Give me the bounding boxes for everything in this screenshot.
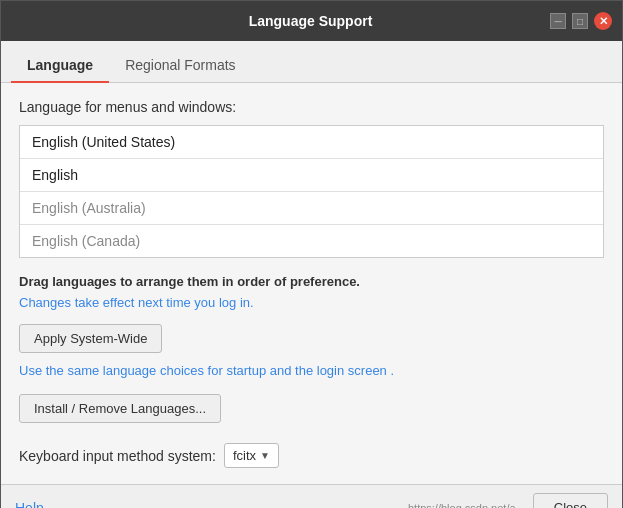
drag-hint: Drag languages to arrange them in order … — [19, 274, 604, 289]
window-controls: ─ □ ✕ — [550, 12, 612, 30]
install-remove-languages-button[interactable]: Install / Remove Languages... — [19, 394, 221, 423]
keyboard-value: fcitx — [233, 448, 256, 463]
chevron-down-icon: ▼ — [260, 450, 270, 461]
changes-hint: Changes take effect next time you log in… — [19, 295, 604, 310]
minimize-button[interactable]: ─ — [550, 13, 566, 29]
tab-language[interactable]: Language — [11, 49, 109, 83]
language-section-label: Language for menus and windows: — [19, 99, 604, 115]
keyboard-row: Keyboard input method system: fcitx ▼ — [19, 443, 604, 468]
list-item[interactable]: English (Canada) — [20, 225, 603, 257]
list-item[interactable]: English (Australia) — [20, 192, 603, 225]
login-hint-prefix: Use the same language choices for startu… — [19, 363, 313, 378]
list-item[interactable]: English — [20, 159, 603, 192]
login-screen-link[interactable]: login screen — [317, 363, 387, 378]
url-hint: https://blog.csdn.net/a... — [408, 502, 525, 509]
list-item[interactable]: English (United States) — [20, 126, 603, 159]
help-link[interactable]: Help — [15, 500, 44, 509]
tab-bar: Language Regional Formats — [1, 41, 622, 83]
keyboard-label: Keyboard input method system: — [19, 448, 216, 464]
apply-system-wide-button[interactable]: Apply System-Wide — [19, 324, 162, 353]
login-hint-suffix: . — [390, 363, 394, 378]
language-tab-content: Language for menus and windows: English … — [1, 83, 622, 484]
close-dialog-button[interactable]: Close — [533, 493, 608, 508]
login-hint: Use the same language choices for startu… — [19, 363, 604, 378]
content-area: Language Regional Formats Language for m… — [1, 41, 622, 484]
main-window: Language Support ─ □ ✕ Language Regional… — [0, 0, 623, 508]
titlebar: Language Support ─ □ ✕ — [1, 1, 622, 41]
drag-hint-bold: Drag languages to arrange them in order … — [19, 274, 360, 289]
maximize-button[interactable]: □ — [572, 13, 588, 29]
footer: Help https://blog.csdn.net/a... Close — [1, 484, 622, 508]
window-title: Language Support — [71, 13, 550, 29]
close-window-button[interactable]: ✕ — [594, 12, 612, 30]
footer-right: https://blog.csdn.net/a... Close — [408, 493, 608, 508]
language-list: English (United States) English English … — [19, 125, 604, 258]
tab-regional-formats[interactable]: Regional Formats — [109, 49, 252, 83]
keyboard-input-method-dropdown[interactable]: fcitx ▼ — [224, 443, 279, 468]
